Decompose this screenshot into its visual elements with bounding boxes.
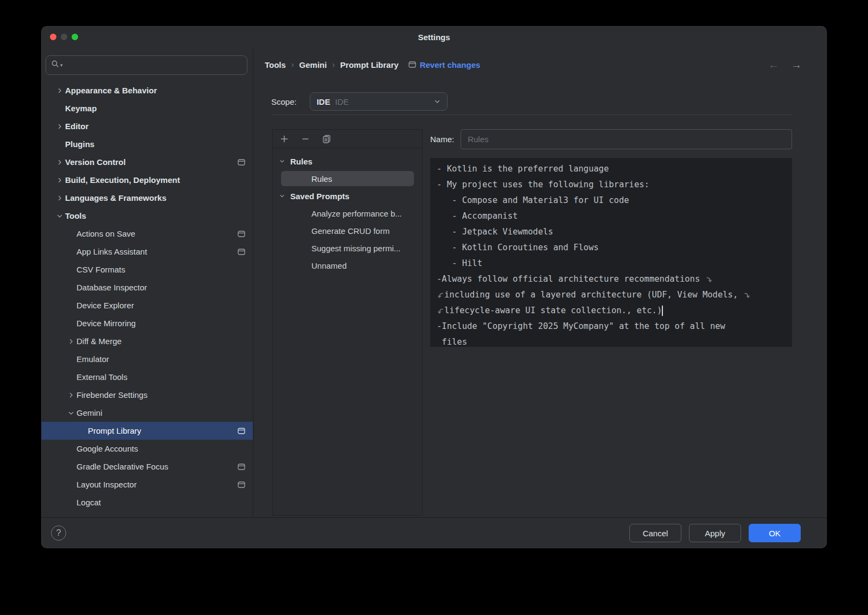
chevron-right-icon[interactable] (54, 159, 65, 166)
ide-settings-badge-icon (238, 464, 245, 470)
sidebar-item-app-links-assistant[interactable]: App Links Assistant (41, 243, 253, 261)
editor-line-text: - My project uses the following librarie… (437, 177, 649, 193)
search-input[interactable]: ▾ (46, 55, 247, 75)
soft-wrap-continuation-icon (437, 291, 444, 299)
prompt-tree-item-rules[interactable]: Rules (281, 171, 414, 186)
sidebar-item-device-mirroring[interactable]: Device Mirroring (41, 314, 253, 332)
editor-line-text: - Accompanist (437, 208, 518, 224)
help-button[interactable]: ? (51, 525, 66, 541)
zoom-window-icon[interactable] (72, 34, 78, 40)
sidebar-item-actions-on-save[interactable]: Actions on Save (41, 225, 253, 243)
back-arrow-icon[interactable]: ← (768, 59, 779, 71)
editor-line-text: files (437, 334, 467, 347)
sidebar-item-keymap[interactable]: Keymap (41, 99, 253, 117)
chevron-down-icon[interactable] (54, 213, 65, 219)
ide-settings-badge-icon (238, 231, 245, 237)
apply-button[interactable]: Apply (689, 524, 741, 542)
add-prompt-button[interactable] (280, 135, 289, 143)
sidebar-item-diff-merge[interactable]: Diff & Merge (41, 332, 253, 350)
sidebar-item-label: Plugins (65, 140, 94, 149)
prompt-tree-label: Unnamed (273, 261, 347, 270)
editor-line: - Compose and Material3 for UI code (437, 193, 789, 208)
sidebar-item-editor[interactable]: Editor (41, 117, 253, 135)
revert-changes-link[interactable]: Revert changes (420, 60, 481, 69)
chevron-right-icon[interactable] (54, 177, 65, 183)
chevron-down-icon (434, 98, 441, 105)
sidebar-item-logcat[interactable]: Logcat (41, 493, 253, 511)
chevron-right-icon[interactable] (66, 338, 76, 345)
prompt-tree: RulesRulesSaved PromptsAnalyze performan… (273, 148, 422, 274)
editor-line: files (437, 334, 789, 347)
chevron-down-icon[interactable] (273, 158, 285, 164)
sidebar-item-label: App Links Assistant (76, 247, 147, 256)
breadcrumb-item-gemini[interactable]: Gemini (299, 60, 327, 69)
prompt-tree-group-rules[interactable]: Rules (273, 153, 422, 170)
traffic-lights (50, 34, 78, 40)
editor-line-text: including use of a layered architecture … (444, 287, 743, 303)
prompt-tree-label: Rules (285, 157, 312, 166)
sidebar-item-external-tools[interactable]: External Tools (41, 368, 253, 386)
editor-line-text: - Hilt (437, 256, 482, 271)
sidebar-item-plugins[interactable]: Plugins (41, 135, 253, 153)
sidebar-item-label: CSV Formats (76, 265, 125, 274)
close-window-icon[interactable] (50, 34, 56, 40)
sidebar-item-layout-inspector[interactable]: Layout Inspector (41, 475, 253, 493)
sidebar-item-csv-formats[interactable]: CSV Formats (41, 261, 253, 278)
sidebar-item-gemini[interactable]: Gemini (41, 404, 253, 422)
prompt-tree-label: Generate CRUD form (273, 226, 390, 236)
prompt-tree-item-suggest-missing-permi[interactable]: Suggest missing permi... (273, 239, 422, 257)
title-bar[interactable]: Settings (41, 26, 827, 48)
sidebar-item-emulator[interactable]: Emulator (41, 350, 253, 368)
sidebar-item-version-control[interactable]: Version Control (41, 153, 253, 171)
chevron-down-icon[interactable] (66, 410, 76, 416)
editor-line-text: lifecycle-aware UI state collection., et… (444, 303, 662, 319)
breadcrumb-separator: › (332, 60, 335, 69)
minimize-window-icon[interactable] (61, 34, 67, 40)
sidebar-item-label: Firebender Settings (76, 390, 148, 400)
sidebar-item-label: Emulator (76, 354, 109, 364)
chevron-right-icon[interactable] (54, 87, 65, 94)
prompt-tree-item-analyze-performance-b[interactable]: Analyze performance b... (273, 205, 422, 222)
chevron-down-icon[interactable] (273, 193, 285, 199)
breadcrumb-item-tools[interactable]: Tools (265, 60, 286, 69)
name-field[interactable] (461, 129, 792, 149)
sidebar-item-label: Logcat (76, 498, 101, 507)
sidebar-item-prompt-library[interactable]: Prompt Library (41, 422, 253, 440)
sidebar-item-appearance-behavior[interactable]: Appearance & Behavior (41, 81, 253, 99)
breadcrumb-item-prompt-library[interactable]: Prompt Library (340, 60, 399, 69)
sidebar-item-label: Tools (65, 211, 86, 220)
editor-line: - Kotlin Coroutines and Flows (437, 240, 789, 256)
rules-editor[interactable]: - Kotlin is the preferred language- My p… (430, 158, 792, 347)
chevron-right-icon[interactable] (54, 195, 65, 201)
scope-label: Scope: (271, 97, 297, 106)
sidebar-item-google-accounts[interactable]: Google Accounts (41, 440, 253, 458)
prompt-tree-item-generate-crud-form[interactable]: Generate CRUD form (273, 222, 422, 239)
editor-line: -Include "Copyright 2025 MyCompany" at t… (437, 319, 789, 334)
settings-sidebar: ▾ Appearance & BehaviorKeymapEditorPlugi… (41, 48, 253, 517)
sidebar-item-tools[interactable]: Tools (41, 207, 253, 225)
editor-line: -Always follow official architecture rec… (437, 271, 789, 287)
cancel-button[interactable]: Cancel (629, 524, 681, 542)
forward-arrow-icon[interactable]: → (791, 59, 802, 71)
sidebar-item-gradle-declarative-focus[interactable]: Gradle Declarative Focus (41, 458, 253, 475)
sidebar-item-languages-frameworks[interactable]: Languages & Frameworks (41, 189, 253, 207)
prompt-tree-item-unnamed[interactable]: Unnamed (273, 257, 422, 274)
prompt-tree-group-saved-prompts[interactable]: Saved Prompts (273, 187, 422, 205)
chevron-right-icon[interactable] (54, 123, 65, 130)
duplicate-prompt-button[interactable] (322, 135, 331, 143)
sidebar-item-build-execution-deployment[interactable]: Build, Execution, Deployment (41, 171, 253, 189)
remove-prompt-button[interactable] (301, 135, 310, 143)
editor-line: - My project uses the following librarie… (437, 177, 789, 193)
sidebar-item-database-inspector[interactable]: Database Inspector (41, 278, 253, 296)
sidebar-item-label: Appearance & Behavior (65, 86, 157, 95)
chevron-right-icon[interactable] (66, 392, 76, 398)
ok-button[interactable]: OK (749, 524, 801, 542)
editor-line-text: -Include "Copyright 2025 MyCompany" at t… (437, 319, 725, 334)
editor-line: including use of a layered architecture … (437, 287, 789, 303)
sidebar-item-label: Prompt Library (88, 426, 141, 435)
ide-settings-badge-icon (238, 481, 245, 488)
sidebar-item-device-explorer[interactable]: Device Explorer (41, 296, 253, 314)
search-dropdown-arrow-icon[interactable]: ▾ (60, 62, 63, 68)
scope-select[interactable]: IDE IDE (310, 92, 448, 111)
sidebar-item-firebender-settings[interactable]: Firebender Settings (41, 386, 253, 404)
